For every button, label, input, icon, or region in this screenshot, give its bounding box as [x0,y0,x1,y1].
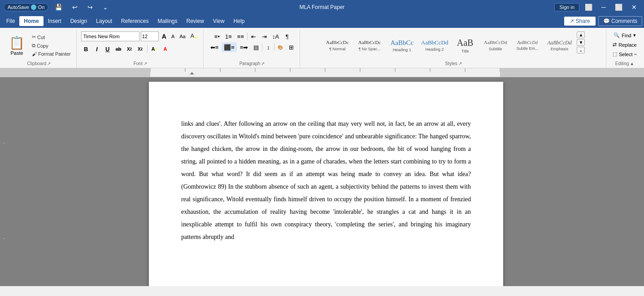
document-area: ─ ─ ─ links and clues'. After following … [0,77,644,286]
styles-label: Styles ↗ [445,59,462,66]
menu-review[interactable]: Review [182,16,208,26]
editing-expand-icon[interactable]: ▲ [630,61,634,66]
menu-view[interactable]: View [209,16,229,26]
select-button[interactable]: ⬚ Select ~ [611,50,639,58]
ribbon-display-button[interactable]: ⬜ [581,2,596,13]
underline-button[interactable]: U [103,44,113,54]
editing-group: 🔍 Find ▾ ⇄ Replace ⬚ Select ~ Editing ▲ [607,30,642,68]
para-sep1 [247,32,248,40]
font-group: A A Aa A▼ B I U ab X2 X2 A━ A Font ↗ [78,30,204,68]
style-subtitle[interactable]: AaBbCcDd Subtitle [480,37,511,53]
style-normal[interactable]: AaBbCcDc ¶ Normal [322,37,353,53]
style-heading1[interactable]: AaBbCc Heading 1 [386,36,418,54]
style-title[interactable]: AaB Title [452,35,479,56]
menu-help[interactable]: Help [229,16,249,26]
numbering-button[interactable]: 1≡ [223,31,234,41]
style-h1-label: Heading 1 [393,48,411,52]
multilevel-button[interactable]: ≡≡ [235,31,246,41]
styles-scroll-up[interactable]: ▲ [577,31,585,38]
find-button[interactable]: 🔍 Find ▾ [612,31,637,39]
align-center-button[interactable]: ⬛≡ [222,42,237,52]
ruler [0,68,644,77]
font-content: A A Aa A▼ B I U ab X2 X2 A━ A [81,31,200,59]
style-subtle-em[interactable]: AaBbCcDd Subtle Em... [512,38,542,53]
italic-button[interactable]: I [92,44,102,54]
cut-button[interactable]: ✂ Cut [30,33,73,41]
save-button[interactable]: 💾 [51,2,66,13]
font-size-input[interactable] [141,31,159,41]
sidebar-marker-1: ─ [3,141,5,145]
share-button[interactable]: ↗ Share [564,17,596,26]
borders-button[interactable]: ⊞ [286,42,296,52]
font-expand-icon[interactable]: ↗ [144,61,147,66]
decrease-indent-button[interactable]: ⇤ [248,31,258,41]
autosave-dot [31,4,36,10]
bold-button[interactable]: B [81,44,91,54]
close-button[interactable]: ✕ [628,3,640,12]
list-buttons-row: ≡• 1≡ ≡≡ ⇤ ⇥ ↕A ¶ [212,31,292,41]
bullets-button[interactable]: ≡• [212,31,222,41]
menu-design[interactable]: Design [66,16,91,26]
sign-in-button[interactable]: Sign in [554,3,579,11]
restore-button[interactable]: ⬜ [611,3,626,12]
show-hide-button[interactable]: ¶ [282,31,292,41]
clear-formatting-button[interactable]: A▼ [189,32,200,41]
title-bar-left: AutoSave On 💾 ↩ ↪ ⌄ [4,2,112,13]
style-nospace[interactable]: AaBbCcDc ¶ No Spac... [354,37,385,53]
cursor-position[interactable] [417,133,418,140]
paragraph-expand-icon[interactable]: ↗ [261,61,265,66]
shading-button[interactable]: 🎨 [275,42,285,52]
subscript-button[interactable]: X2 [125,44,135,54]
redo-button[interactable]: ↪ [84,2,96,13]
copy-button[interactable]: ⧉ Copy [30,42,73,49]
menu-mailings[interactable]: Mailings [153,16,182,26]
comments-button[interactable]: 💬 Comments [598,16,642,26]
increase-indent-button[interactable]: ⇥ [259,31,269,41]
menu-file[interactable]: File [2,16,19,26]
document-page[interactable]: links and clues'. After following an arr… [149,82,503,286]
replace-button[interactable]: ⇄ Replace [611,41,638,49]
style-subtitle-preview: AaBbCcDd [484,40,507,45]
title-bar-right: Sign in ⬜ ─ ⬜ ✕ [554,2,640,13]
editing-label: Editing ▲ [615,59,634,66]
shrink-font-button[interactable]: A [170,33,176,40]
style-subemph-preview: AaBbCcDd [517,40,538,45]
format-painter-button[interactable]: 🖌 Format Painter [30,50,73,57]
autosave-toggle[interactable]: AutoSave On [4,3,48,11]
document-text: links and clues'. After following an arr… [181,118,471,243]
font-color-button[interactable]: A [161,44,170,54]
change-case-button[interactable]: Aa [178,33,187,40]
styles-expand[interactable]: ⌄ [577,47,585,53]
align-left-button[interactable]: ⬅≡ [208,42,221,52]
clipboard-content: 📋 Paste ✂ Cut ⧉ Copy 🖌 Format Painter [5,31,73,59]
styles-scroll-down[interactable]: ▼ [577,39,585,46]
menu-layout[interactable]: Layout [91,16,117,26]
text-highlight-button[interactable]: A━ [149,44,160,54]
style-normal-label: ¶ Normal [329,47,345,51]
font-name-input[interactable] [81,31,139,41]
clipboard-group: 📋 Paste ✂ Cut ⧉ Copy 🖌 Format Painter C [2,30,77,68]
find-icon: 🔍 [614,32,620,38]
undo-button[interactable]: ↩ [69,2,81,13]
line-spacing-button[interactable]: ↕ [263,42,273,52]
style-normal-preview: AaBbCcDc [326,40,349,45]
strikethrough-button[interactable]: ab [113,44,124,54]
style-emphasis[interactable]: AaBbCcDd Emphasis [544,37,575,53]
grow-font-button[interactable]: A [160,32,168,41]
minimize-button[interactable]: ─ [598,3,609,12]
paste-icon: 📋 [9,35,25,50]
sort-button[interactable]: ↕A [270,31,281,41]
menu-references[interactable]: References [117,16,153,26]
style-heading2[interactable]: AaBbCcDd Heading 2 [419,37,450,54]
customize-qat-button[interactable]: ⌄ [99,2,112,13]
menu-home[interactable]: Home [19,16,43,26]
paste-button[interactable]: 📋 Paste [5,34,28,57]
menu-insert[interactable]: Insert [44,16,66,26]
clipboard-expand-icon[interactable]: ↗ [47,61,51,66]
editing-content: 🔍 Find ▾ ⇄ Replace ⬚ Select ~ [611,31,639,59]
superscript-button[interactable]: X2 [135,44,145,54]
menu-bar: File Home Insert Design Layout Reference… [0,14,644,28]
styles-expand-icon[interactable]: ↗ [458,61,462,66]
justify-button[interactable]: ▤ [251,42,261,52]
align-right-button[interactable]: ≡➡ [238,42,251,52]
